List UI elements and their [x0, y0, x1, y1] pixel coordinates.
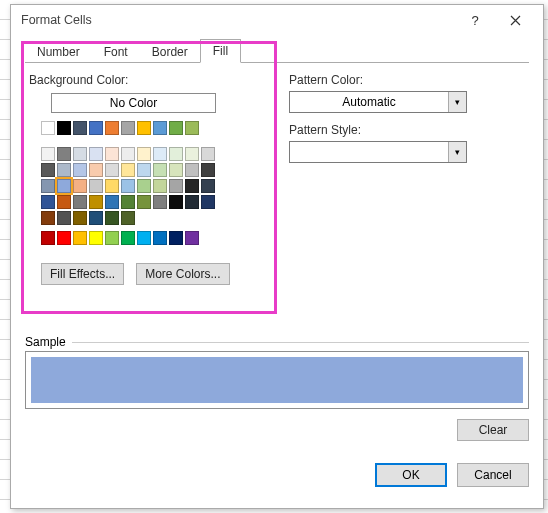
- color-swatch[interactable]: [89, 195, 103, 209]
- color-swatch[interactable]: [185, 163, 199, 177]
- clear-button[interactable]: Clear: [457, 419, 529, 441]
- color-swatch[interactable]: [73, 163, 87, 177]
- ok-button[interactable]: OK: [375, 463, 447, 487]
- color-swatch[interactable]: [169, 179, 183, 193]
- color-swatch[interactable]: [185, 231, 199, 245]
- color-swatch[interactable]: [57, 163, 71, 177]
- close-icon: [510, 15, 521, 26]
- color-swatch[interactable]: [185, 147, 199, 161]
- no-color-button[interactable]: No Color: [51, 93, 216, 113]
- color-swatch[interactable]: [153, 163, 167, 177]
- color-swatch[interactable]: [201, 179, 215, 193]
- sample-box: [25, 351, 529, 409]
- color-swatch[interactable]: [73, 179, 87, 193]
- color-swatch[interactable]: [105, 179, 119, 193]
- pattern-color-label: Pattern Color:: [289, 73, 525, 87]
- color-swatch[interactable]: [169, 147, 183, 161]
- color-swatch[interactable]: [137, 121, 151, 135]
- color-swatch[interactable]: [105, 231, 119, 245]
- color-swatch[interactable]: [153, 195, 167, 209]
- color-swatch[interactable]: [89, 179, 103, 193]
- color-swatch[interactable]: [73, 211, 87, 225]
- help-button[interactable]: ?: [455, 6, 495, 34]
- color-swatch[interactable]: [121, 121, 135, 135]
- color-swatch[interactable]: [41, 179, 55, 193]
- color-swatch[interactable]: [137, 147, 151, 161]
- color-swatch[interactable]: [73, 147, 87, 161]
- format-cells-dialog: Format Cells ? NumberFontBorderFill Back…: [10, 4, 544, 509]
- color-swatch[interactable]: [153, 179, 167, 193]
- color-swatch[interactable]: [89, 163, 103, 177]
- pattern-color-combo[interactable]: Automatic ▾: [289, 91, 467, 113]
- color-swatch[interactable]: [89, 121, 103, 135]
- tab-bar: NumberFontBorderFill: [25, 39, 529, 63]
- more-colors-button[interactable]: More Colors...: [136, 263, 229, 285]
- color-swatch[interactable]: [169, 231, 183, 245]
- color-swatch[interactable]: [73, 195, 87, 209]
- chevron-down-icon: ▾: [448, 92, 466, 112]
- color-swatch[interactable]: [41, 231, 55, 245]
- color-swatch[interactable]: [73, 231, 87, 245]
- color-swatch[interactable]: [41, 195, 55, 209]
- color-swatch[interactable]: [105, 147, 119, 161]
- color-swatch[interactable]: [137, 179, 151, 193]
- color-swatch[interactable]: [185, 121, 199, 135]
- color-swatch[interactable]: [121, 163, 135, 177]
- color-swatch[interactable]: [121, 231, 135, 245]
- color-swatch[interactable]: [201, 163, 215, 177]
- theme-shade-grid: [41, 147, 221, 225]
- color-swatch[interactable]: [89, 231, 103, 245]
- color-swatch[interactable]: [121, 211, 135, 225]
- color-swatch[interactable]: [185, 195, 199, 209]
- color-swatch[interactable]: [41, 211, 55, 225]
- cancel-button[interactable]: Cancel: [457, 463, 529, 487]
- color-swatch[interactable]: [57, 195, 71, 209]
- tab-number[interactable]: Number: [25, 41, 92, 63]
- color-swatch[interactable]: [169, 163, 183, 177]
- dialog-title: Format Cells: [21, 13, 92, 27]
- color-swatch[interactable]: [121, 147, 135, 161]
- color-swatch[interactable]: [137, 195, 151, 209]
- color-swatch[interactable]: [41, 147, 55, 161]
- color-swatch[interactable]: [153, 121, 167, 135]
- color-swatch[interactable]: [73, 121, 87, 135]
- color-swatch[interactable]: [105, 163, 119, 177]
- tab-border[interactable]: Border: [140, 41, 200, 63]
- color-swatch[interactable]: [201, 195, 215, 209]
- theme-color-row: [41, 121, 221, 135]
- color-swatch[interactable]: [169, 195, 183, 209]
- color-swatch[interactable]: [89, 211, 103, 225]
- color-swatch[interactable]: [41, 163, 55, 177]
- color-swatch[interactable]: [89, 147, 103, 161]
- color-swatch[interactable]: [153, 147, 167, 161]
- standard-color-row: [41, 231, 221, 245]
- color-swatch[interactable]: [153, 231, 167, 245]
- sample-label: Sample: [25, 335, 66, 349]
- color-swatch[interactable]: [201, 147, 215, 161]
- chevron-down-icon: ▾: [448, 142, 466, 162]
- color-swatch[interactable]: [57, 179, 71, 193]
- color-swatch[interactable]: [57, 147, 71, 161]
- titlebar: Format Cells ?: [11, 5, 543, 35]
- color-swatch[interactable]: [105, 211, 119, 225]
- fill-effects-button[interactable]: Fill Effects...: [41, 263, 124, 285]
- color-swatch[interactable]: [137, 163, 151, 177]
- tab-font[interactable]: Font: [92, 41, 140, 63]
- color-swatch[interactable]: [105, 195, 119, 209]
- color-swatch[interactable]: [121, 195, 135, 209]
- color-swatch[interactable]: [57, 231, 71, 245]
- color-swatch[interactable]: [57, 211, 71, 225]
- color-swatch[interactable]: [185, 179, 199, 193]
- color-swatch[interactable]: [57, 121, 71, 135]
- color-swatch[interactable]: [137, 231, 151, 245]
- color-swatch[interactable]: [121, 179, 135, 193]
- close-button[interactable]: [495, 6, 535, 34]
- color-swatch[interactable]: [169, 121, 183, 135]
- pattern-style-label: Pattern Style:: [289, 123, 525, 137]
- color-swatch[interactable]: [41, 121, 55, 135]
- pattern-style-combo[interactable]: ▾: [289, 141, 467, 163]
- tab-fill[interactable]: Fill: [200, 39, 241, 63]
- color-swatch[interactable]: [105, 121, 119, 135]
- pattern-color-value: Automatic: [290, 92, 448, 112]
- sample-preview: [31, 357, 523, 403]
